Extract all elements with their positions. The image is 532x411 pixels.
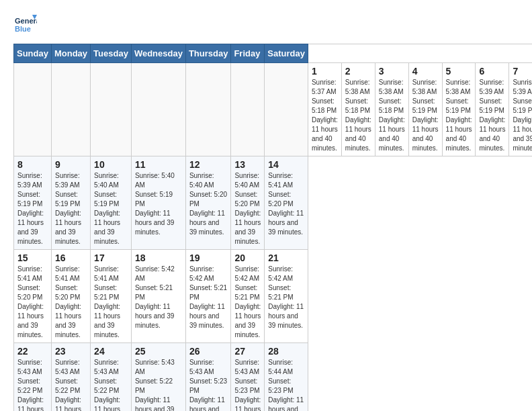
day-number: 11 [135, 159, 182, 170]
day-number: 26 [189, 346, 228, 357]
calendar-cell: 2Sunrise: 5:38 AM Sunset: 5:18 PM Daylig… [341, 63, 375, 156]
day-info: Sunrise: 5:42 AM Sunset: 5:21 PM Dayligh… [135, 265, 182, 330]
calendar-cell: 8Sunrise: 5:39 AM Sunset: 5:19 PM Daylig… [14, 156, 52, 250]
day-number: 16 [55, 253, 87, 263]
day-info: Sunrise: 5:38 AM Sunset: 5:18 PM Dayligh… [379, 78, 405, 153]
calendar-cell: 17Sunrise: 5:41 AM Sunset: 5:21 PM Dayli… [91, 250, 132, 343]
week-row-3: 22Sunrise: 5:43 AM Sunset: 5:22 PM Dayli… [14, 343, 533, 412]
day-number: 20 [234, 253, 261, 263]
calendar-cell: 3Sunrise: 5:38 AM Sunset: 5:18 PM Daylig… [375, 63, 408, 156]
calendar-cell: 28Sunrise: 5:44 AM Sunset: 5:23 PM Dayli… [265, 343, 308, 412]
day-info: Sunrise: 5:43 AM Sunset: 5:23 PM Dayligh… [189, 358, 228, 411]
calendar-cell [265, 63, 308, 156]
calendar-cell: 22Sunrise: 5:43 AM Sunset: 5:22 PM Dayli… [14, 343, 52, 412]
calendar-cell [51, 63, 90, 156]
day-number: 17 [94, 253, 128, 263]
header-tuesday: Tuesday [91, 44, 132, 63]
calendar-cell: 16Sunrise: 5:41 AM Sunset: 5:20 PM Dayli… [51, 250, 90, 343]
day-info: Sunrise: 5:40 AM Sunset: 5:19 PM Dayligh… [135, 171, 182, 237]
day-info: Sunrise: 5:38 AM Sunset: 5:18 PM Dayligh… [345, 78, 371, 153]
day-number: 13 [234, 159, 261, 170]
logo: General Blue [13, 13, 37, 37]
day-info: Sunrise: 5:42 AM Sunset: 5:21 PM Dayligh… [268, 265, 304, 330]
day-number: 8 [17, 159, 48, 170]
week-row-1: 8Sunrise: 5:39 AM Sunset: 5:19 PM Daylig… [14, 156, 533, 250]
day-info: Sunrise: 5:37 AM Sunset: 5:18 PM Dayligh… [312, 78, 338, 153]
calendar-cell: 4Sunrise: 5:38 AM Sunset: 5:19 PM Daylig… [408, 63, 442, 156]
calendar-cell [185, 63, 231, 156]
calendar-cell: 1Sunrise: 5:37 AM Sunset: 5:18 PM Daylig… [308, 63, 341, 156]
week-row-2: 15Sunrise: 5:41 AM Sunset: 5:20 PM Dayli… [14, 250, 533, 343]
header-row: SundayMondayTuesdayWednesdayThursdayFrid… [14, 44, 533, 63]
day-number: 22 [17, 346, 48, 357]
calendar-cell [131, 63, 185, 156]
day-info: Sunrise: 5:41 AM Sunset: 5:21 PM Dayligh… [94, 265, 128, 340]
day-number: 2 [345, 66, 371, 77]
header-saturday: Saturday [265, 44, 308, 63]
calendar-cell [231, 63, 265, 156]
calendar-cell: 9Sunrise: 5:39 AM Sunset: 5:19 PM Daylig… [51, 156, 90, 250]
calendar-cell: 10Sunrise: 5:40 AM Sunset: 5:19 PM Dayli… [91, 156, 132, 250]
week-row-0: 1Sunrise: 5:37 AM Sunset: 5:18 PM Daylig… [14, 63, 533, 156]
logo-svg: General Blue [13, 13, 37, 37]
day-number: 14 [268, 159, 304, 170]
day-info: Sunrise: 5:39 AM Sunset: 5:19 PM Dayligh… [17, 171, 48, 246]
day-info: Sunrise: 5:44 AM Sunset: 5:23 PM Dayligh… [268, 358, 304, 411]
calendar-table: SundayMondayTuesdayWednesdayThursdayFrid… [13, 44, 532, 411]
calendar-cell: 27Sunrise: 5:43 AM Sunset: 5:23 PM Dayli… [231, 343, 265, 412]
calendar-cell: 21Sunrise: 5:42 AM Sunset: 5:21 PM Dayli… [265, 250, 308, 343]
day-number: 19 [189, 253, 228, 263]
day-info: Sunrise: 5:42 AM Sunset: 5:21 PM Dayligh… [234, 265, 261, 340]
day-number: 25 [135, 346, 182, 357]
day-number: 24 [94, 346, 128, 357]
day-number: 4 [412, 66, 439, 77]
day-number: 10 [94, 159, 128, 170]
day-info: Sunrise: 5:40 AM Sunset: 5:20 PM Dayligh… [234, 171, 261, 246]
calendar-cell: 5Sunrise: 5:38 AM Sunset: 5:19 PM Daylig… [442, 63, 476, 156]
day-number: 28 [268, 346, 304, 357]
day-number: 12 [189, 159, 228, 170]
header-monday: Monday [51, 44, 90, 63]
header-wednesday: Wednesday [131, 44, 185, 63]
svg-text:Blue: Blue [15, 25, 31, 33]
calendar-cell: 13Sunrise: 5:40 AM Sunset: 5:20 PM Dayli… [231, 156, 265, 250]
calendar-cell: 26Sunrise: 5:43 AM Sunset: 5:23 PM Dayli… [185, 343, 231, 412]
day-info: Sunrise: 5:39 AM Sunset: 5:19 PM Dayligh… [55, 171, 87, 246]
day-number: 18 [135, 253, 182, 263]
day-info: Sunrise: 5:40 AM Sunset: 5:20 PM Dayligh… [189, 171, 228, 237]
header-thursday: Thursday [185, 44, 231, 63]
calendar-cell: 25Sunrise: 5:43 AM Sunset: 5:22 PM Dayli… [131, 343, 185, 412]
day-number: 3 [379, 66, 405, 77]
day-info: Sunrise: 5:38 AM Sunset: 5:19 PM Dayligh… [412, 78, 439, 153]
day-number: 6 [479, 66, 505, 77]
svg-text:General: General [15, 17, 37, 25]
day-number: 21 [268, 253, 304, 263]
calendar-cell: 11Sunrise: 5:40 AM Sunset: 5:19 PM Dayli… [131, 156, 185, 250]
day-info: Sunrise: 5:38 AM Sunset: 5:19 PM Dayligh… [446, 78, 472, 153]
day-info: Sunrise: 5:43 AM Sunset: 5:22 PM Dayligh… [94, 358, 128, 411]
calendar-cell [14, 63, 52, 156]
calendar-cell: 18Sunrise: 5:42 AM Sunset: 5:21 PM Dayli… [131, 250, 185, 343]
day-info: Sunrise: 5:43 AM Sunset: 5:23 PM Dayligh… [234, 358, 261, 411]
calendar-cell: 14Sunrise: 5:41 AM Sunset: 5:20 PM Dayli… [265, 156, 308, 250]
day-info: Sunrise: 5:41 AM Sunset: 5:20 PM Dayligh… [55, 265, 87, 340]
day-number: 15 [17, 253, 48, 263]
day-info: Sunrise: 5:41 AM Sunset: 5:20 PM Dayligh… [17, 265, 48, 340]
calendar-cell: 6Sunrise: 5:39 AM Sunset: 5:19 PM Daylig… [476, 63, 509, 156]
calendar-cell: 23Sunrise: 5:43 AM Sunset: 5:22 PM Dayli… [51, 343, 90, 412]
header: General Blue [13, 13, 519, 37]
calendar-cell: 12Sunrise: 5:40 AM Sunset: 5:20 PM Dayli… [185, 156, 231, 250]
day-number: 23 [55, 346, 87, 357]
calendar-cell: 15Sunrise: 5:41 AM Sunset: 5:20 PM Dayli… [14, 250, 52, 343]
calendar-cell [91, 63, 132, 156]
header-friday: Friday [231, 44, 265, 63]
day-info: Sunrise: 5:42 AM Sunset: 5:21 PM Dayligh… [189, 265, 228, 330]
day-number: 7 [513, 66, 532, 77]
day-info: Sunrise: 5:41 AM Sunset: 5:20 PM Dayligh… [268, 171, 304, 237]
day-info: Sunrise: 5:43 AM Sunset: 5:22 PM Dayligh… [55, 358, 87, 411]
day-number: 1 [312, 66, 338, 77]
header-sunday: Sunday [14, 44, 52, 63]
day-number: 27 [234, 346, 261, 357]
calendar-cell: 19Sunrise: 5:42 AM Sunset: 5:21 PM Dayli… [185, 250, 231, 343]
day-info: Sunrise: 5:43 AM Sunset: 5:22 PM Dayligh… [17, 358, 48, 411]
